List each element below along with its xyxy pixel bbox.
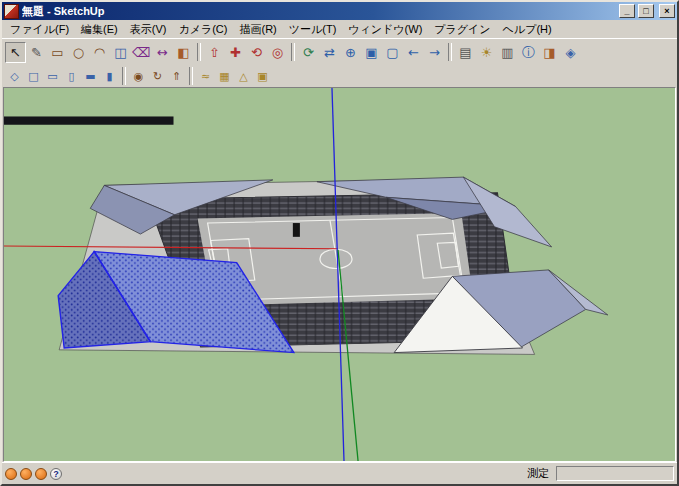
viewport-canvas[interactable] — [4, 88, 675, 461]
secondary-toolbar: ◇ □ ▭ ▯ ▬ ▮ ◉ ↻ ⇑ ≈ ▦ △ ▣ — [2, 65, 677, 87]
components-browser-icon[interactable]: ◈ — [560, 42, 581, 63]
menu-edit[interactable]: 編集(E) — [75, 20, 124, 39]
zoom-window-tool-icon[interactable]: ▣ — [361, 42, 382, 63]
eraser-tool-icon[interactable]: ⌫ — [131, 42, 152, 63]
materials-browser-icon[interactable]: ◨ — [539, 42, 560, 63]
camera-left-icon[interactable]: ▮ — [100, 67, 119, 86]
previous-view-icon[interactable]: ← — [403, 42, 424, 63]
window-title: 無題 - SketchUp — [22, 4, 616, 19]
shadows-toggle-icon[interactable]: ☀ — [476, 42, 497, 63]
camera-top-icon[interactable]: □ — [24, 67, 43, 86]
scoreboard — [293, 223, 300, 237]
camera-iso-icon[interactable]: ◇ — [5, 67, 24, 86]
circle-tool-icon[interactable]: ○ — [68, 42, 89, 63]
toolbar-separator — [197, 43, 201, 61]
zoom-extents-tool-icon[interactable]: ▢ — [382, 42, 403, 63]
menu-camera[interactable]: カメラ(C) — [172, 20, 233, 39]
toolbar-separator — [122, 67, 126, 85]
menu-bar: ファイル(F) 編集(E) 表示(V) カメラ(C) 描画(R) ツール(T) … — [2, 20, 677, 38]
walk-tool-icon[interactable]: ⇑ — [167, 67, 186, 86]
close-button[interactable]: × — [659, 4, 675, 18]
menu-draw[interactable]: 描画(R) — [233, 20, 282, 39]
zoom-tool-icon[interactable]: ⊕ — [340, 42, 361, 63]
toolbar-separator — [291, 43, 295, 61]
camera-right-icon[interactable]: ▯ — [62, 67, 81, 86]
modeling-viewport[interactable] — [3, 87, 676, 462]
camera-front-icon[interactable]: ▭ — [43, 67, 62, 86]
look-around-tool-icon[interactable]: ↻ — [148, 67, 167, 86]
section-plane-tool-icon[interactable]: ▤ — [455, 42, 476, 63]
line-tool-icon[interactable]: ✎ — [26, 42, 47, 63]
status-circle-icon-3[interactable] — [35, 468, 47, 480]
menu-help[interactable]: ヘルプ(H) — [497, 20, 558, 39]
make-component-tool-icon[interactable]: ◫ — [110, 42, 131, 63]
paint-bucket-tool-icon[interactable]: ◧ — [173, 42, 194, 63]
move-tool-icon[interactable]: ✚ — [225, 42, 246, 63]
sandbox-from-contours-icon[interactable]: ≈ — [196, 67, 215, 86]
menu-plugins[interactable]: プラグイン — [428, 20, 496, 39]
push-pull-tool-icon[interactable]: ⇧ — [204, 42, 225, 63]
smoove-tool-icon[interactable]: △ — [234, 67, 253, 86]
minimize-button[interactable]: _ — [619, 4, 635, 18]
sketchup-window: 無題 - SketchUp _ □ × ファイル(F) 編集(E) 表示(V) … — [0, 0, 679, 486]
menu-tools[interactable]: ツール(T) — [283, 20, 343, 39]
arc-tool-icon[interactable]: ◠ — [89, 42, 110, 63]
tape-measure-tool-icon[interactable]: ↔ — [152, 42, 173, 63]
sandbox-from-scratch-icon[interactable]: ▦ — [215, 67, 234, 86]
toolbar-separator — [189, 67, 193, 85]
rectangle-tool-icon[interactable]: ▭ — [47, 42, 68, 63]
title-bar[interactable]: 無題 - SketchUp _ □ × — [2, 2, 677, 20]
menu-view[interactable]: 表示(V) — [124, 20, 173, 39]
offset-tool-icon[interactable]: ◎ — [267, 42, 288, 63]
stamp-tool-icon[interactable]: ▣ — [253, 67, 272, 86]
pan-tool-icon[interactable]: ⇄ — [319, 42, 340, 63]
orbit-tool-icon[interactable]: ⟳ — [298, 42, 319, 63]
camera-back-icon[interactable]: ▬ — [81, 67, 100, 86]
xray-toggle-icon[interactable]: ▥ — [497, 42, 518, 63]
select-tool-icon[interactable]: ↖ — [5, 42, 26, 63]
measurement-input[interactable] — [556, 466, 674, 481]
maximize-button[interactable]: □ — [638, 4, 654, 18]
next-view-icon[interactable]: → — [424, 42, 445, 63]
status-circle-icon-1[interactable] — [5, 468, 17, 480]
rotate-tool-icon[interactable]: ⟲ — [246, 42, 267, 63]
menu-window[interactable]: ウィンドウ(W) — [342, 20, 428, 39]
measurement-label: 測定 — [523, 466, 553, 481]
sketchup-app-icon — [4, 4, 19, 19]
main-toolbar: ↖ ✎ ▭ ○ ◠ ◫ ⌫ ↔ ◧ ⇧ ✚ ⟲ ◎ ⟳ ⇄ ⊕ ▣ ▢ ← → … — [2, 38, 677, 65]
status-circle-icon-2[interactable] — [20, 468, 32, 480]
distant-edge-geometry — [4, 116, 174, 124]
menu-file[interactable]: ファイル(F) — [4, 20, 75, 39]
status-bar: ? 測定 — [2, 462, 677, 484]
help-icon[interactable]: ? — [50, 468, 62, 480]
toolbar-separator — [448, 43, 452, 61]
model-info-icon[interactable]: ⓘ — [518, 42, 539, 63]
position-camera-tool-icon[interactable]: ◉ — [129, 67, 148, 86]
